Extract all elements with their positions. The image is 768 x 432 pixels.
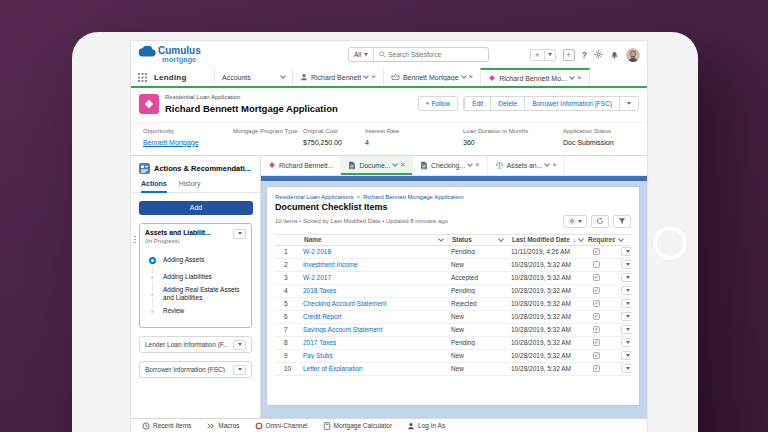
- chevron-down-icon[interactable]: [393, 162, 399, 168]
- nav-tab[interactable]: Bennett Mortgage: [383, 68, 480, 86]
- plan-step[interactable]: Adding Real Estate Assets and Liabilitie…: [149, 286, 246, 304]
- help-icon[interactable]: [582, 50, 588, 60]
- chevron-down-icon[interactable]: [438, 236, 444, 242]
- required-checkbox[interactable]: [593, 287, 600, 294]
- row-actions-button[interactable]: [621, 364, 631, 373]
- document-name-link[interactable]: W-2 2017: [299, 274, 447, 281]
- chevron-down-icon[interactable]: [569, 74, 575, 80]
- row-actions-button[interactable]: [621, 247, 631, 256]
- collapsed-section[interactable]: Borrower Information (FSC): [139, 361, 252, 378]
- setup-gear-icon[interactable]: [594, 50, 603, 59]
- search-input[interactable]: [386, 48, 488, 61]
- table-row[interactable]: 8 2017 Taxes Pending 10/28/2019, 5:32 AM: [275, 337, 631, 350]
- document-name-link[interactable]: Credit Report: [299, 313, 447, 320]
- required-checkbox[interactable]: [593, 274, 600, 281]
- panel-tab[interactable]: History: [179, 180, 201, 192]
- close-icon[interactable]: [371, 73, 376, 81]
- utility-item[interactable]: Log In As: [407, 422, 445, 430]
- add-icon[interactable]: [563, 49, 575, 61]
- record-action-button[interactable]: Borrower Information (FSC): [524, 97, 619, 110]
- nav-tab[interactable]: Richard Bennett Mo...: [480, 68, 589, 86]
- section-dropdown-button[interactable]: [233, 365, 246, 375]
- subtab[interactable]: Assets an...: [488, 156, 565, 175]
- favorites-control[interactable]: [530, 49, 555, 61]
- document-name-link[interactable]: Savings Account Statement: [299, 326, 447, 333]
- refresh-button[interactable]: [591, 215, 609, 228]
- required-checkbox[interactable]: [593, 248, 600, 255]
- row-actions-button[interactable]: [621, 338, 631, 347]
- collapsed-section[interactable]: Lender Loan Information (F...: [139, 336, 252, 353]
- required-checkbox[interactable]: [593, 365, 600, 372]
- notifications-bell-icon[interactable]: [610, 50, 619, 59]
- plan-step[interactable]: Adding Liabilities: [149, 269, 246, 286]
- row-actions-button[interactable]: [621, 273, 631, 282]
- plan-step[interactable]: Review: [149, 303, 246, 320]
- panel-tab[interactable]: Actions: [141, 180, 167, 193]
- table-row[interactable]: 9 Pay Stubs New 10/28/2019, 5:32 AM: [275, 350, 631, 363]
- document-name-link[interactable]: Checking Account Statement: [299, 300, 447, 307]
- required-checkbox[interactable]: [593, 326, 600, 333]
- document-name-link[interactable]: Investment Income: [299, 261, 447, 268]
- subtab[interactable]: Checking...: [413, 156, 488, 175]
- table-row[interactable]: 10 Letter of Explanation New 10/28/2019,…: [275, 363, 631, 376]
- breadcrumb-link[interactable]: Richard Bennett Mortgage Application: [363, 194, 464, 200]
- column-header[interactable]: Required: [583, 235, 615, 245]
- row-actions-button[interactable]: [621, 286, 631, 295]
- table-row[interactable]: 4 2018 Taxes Pending 10/28/2019, 5:32 AM: [275, 285, 631, 298]
- record-action-button[interactable]: Edit: [464, 97, 490, 110]
- row-actions-button[interactable]: [621, 312, 631, 321]
- document-name-link[interactable]: 2018 Taxes: [299, 287, 447, 294]
- list-settings-button[interactable]: [563, 215, 587, 228]
- document-name-link[interactable]: Letter of Explanation: [299, 365, 447, 372]
- favorites-star-icon[interactable]: [531, 50, 543, 60]
- chevron-down-icon[interactable]: [498, 236, 504, 242]
- plan-step[interactable]: Adding Assets: [149, 252, 246, 269]
- nav-tab[interactable]: Richard Bennett: [292, 68, 383, 86]
- add-button[interactable]: Add: [139, 201, 253, 215]
- required-checkbox[interactable]: [593, 261, 600, 268]
- close-icon[interactable]: [577, 74, 582, 82]
- close-icon[interactable]: [400, 161, 405, 169]
- required-checkbox[interactable]: [593, 313, 600, 320]
- app-launcher-waffle-icon[interactable]: [131, 68, 152, 86]
- plan-dropdown-button[interactable]: [233, 229, 246, 239]
- row-actions-button[interactable]: [621, 351, 631, 360]
- column-header[interactable]: Name: [299, 235, 447, 245]
- avatar[interactable]: [626, 48, 640, 62]
- subtab[interactable]: Docume...: [341, 156, 413, 175]
- table-row[interactable]: 2 Investment Income New 10/28/2019, 5:32…: [275, 259, 631, 272]
- required-checkbox[interactable]: [593, 339, 600, 346]
- favorites-dropdown[interactable]: [544, 50, 555, 60]
- utility-item[interactable]: Omni-Channel: [255, 422, 308, 430]
- chevron-down-icon[interactable]: [467, 162, 473, 168]
- chevron-down-icon[interactable]: [461, 73, 467, 79]
- nav-tab[interactable]: Accounts: [214, 68, 292, 86]
- record-more-actions-button[interactable]: [619, 97, 638, 110]
- chevron-down-icon[interactable]: [544, 162, 550, 168]
- document-name-link[interactable]: W-2 2018: [299, 248, 447, 255]
- column-header[interactable]: Last Modified Date: [507, 235, 583, 245]
- drag-handle-icon[interactable]: [134, 236, 136, 245]
- row-actions-button[interactable]: [621, 325, 631, 334]
- follow-button[interactable]: Follow: [418, 96, 459, 111]
- required-checkbox[interactable]: [593, 300, 600, 307]
- utility-item[interactable]: Recent Items: [142, 422, 191, 430]
- record-action-button[interactable]: Delete: [490, 97, 524, 110]
- table-row[interactable]: 6 Credit Report New 10/28/2019, 5:32 AM: [275, 311, 631, 324]
- breadcrumb-link[interactable]: Residential Loan Applications: [275, 194, 353, 200]
- chevron-down-icon[interactable]: [363, 73, 369, 79]
- table-row[interactable]: 7 Savings Account Statement New 10/28/20…: [275, 324, 631, 337]
- table-row[interactable]: 1 W-2 2018 Pending 11/11/2019, 4:26 AM: [275, 246, 631, 259]
- chevron-down-icon[interactable]: [280, 73, 286, 79]
- utility-item[interactable]: Mortgage Calculator: [323, 422, 393, 430]
- search-scope-dropdown[interactable]: All: [349, 48, 374, 61]
- section-dropdown-button[interactable]: [233, 340, 246, 350]
- close-icon[interactable]: [552, 161, 557, 169]
- subtab[interactable]: Richard Bennett...: [261, 156, 341, 175]
- table-row[interactable]: 5 Checking Account Statement Rejected 10…: [275, 298, 631, 311]
- table-row[interactable]: 3 W-2 2017 Accepted 10/28/2019, 5:32 AM: [275, 272, 631, 285]
- utility-item[interactable]: Macros: [206, 422, 239, 430]
- filter-button[interactable]: [613, 215, 631, 228]
- column-header[interactable]: Status: [447, 235, 507, 245]
- document-name-link[interactable]: Pay Stubs: [299, 352, 447, 359]
